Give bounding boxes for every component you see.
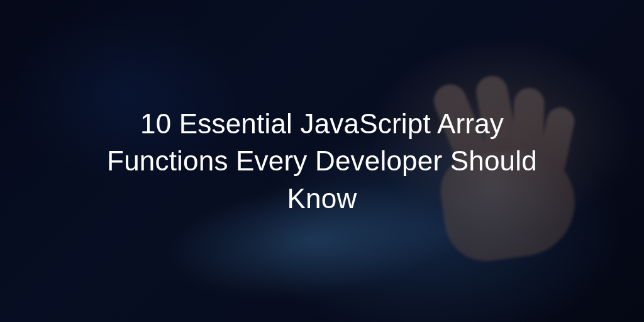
hero-banner: 10 Essential JavaScript Array Functions …: [0, 0, 644, 322]
hero-title: 10 Essential JavaScript Array Functions …: [64, 105, 580, 217]
